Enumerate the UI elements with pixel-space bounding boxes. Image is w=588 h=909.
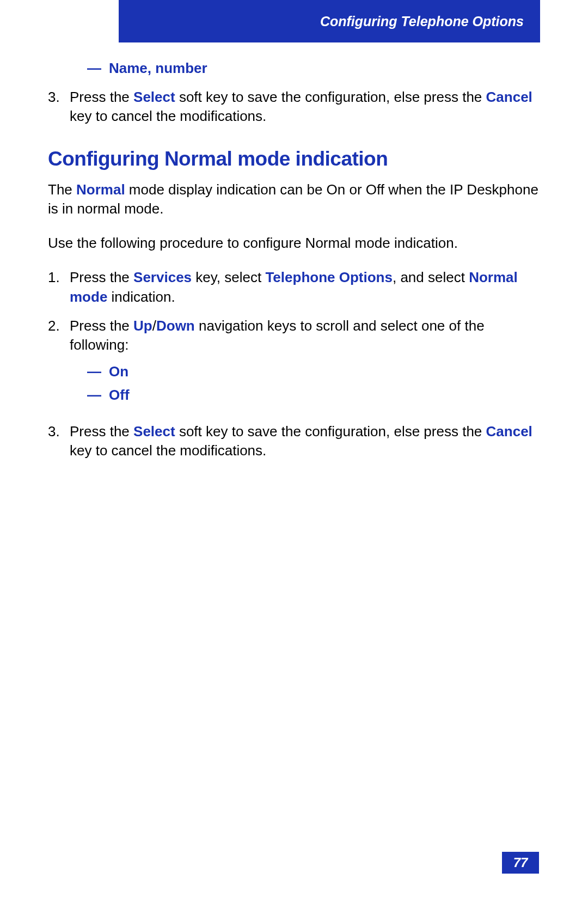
- step-number: 1.: [48, 268, 70, 306]
- bullet-dash: —: [87, 362, 109, 381]
- bullet-dash: —: [87, 60, 109, 77]
- page-number-box: 77: [502, 852, 539, 874]
- option-on: —On: [87, 362, 540, 381]
- step-number: 3.: [48, 88, 70, 126]
- text-part: Press the: [70, 89, 133, 105]
- text-part: key, select: [192, 269, 265, 285]
- text-part: indication.: [107, 289, 175, 305]
- text-part: Press the: [70, 423, 133, 440]
- section-heading: Configuring Normal mode indication: [48, 148, 540, 170]
- text-part: The: [48, 181, 76, 198]
- intro-paragraph-2: Use the following procedure to configure…: [48, 234, 540, 253]
- step-content: Press the Up/Down navigation keys to scr…: [70, 316, 540, 412]
- text-part: , and select: [393, 269, 469, 285]
- bullet-dash: —: [87, 386, 109, 405]
- top-sub-bullet: —Name, number: [87, 60, 540, 77]
- select-keyword: Select: [133, 423, 175, 440]
- text-part: soft key to save the configuration, else…: [175, 423, 486, 440]
- step-number: 2.: [48, 316, 70, 412]
- up-keyword: Up: [133, 318, 152, 334]
- step-content: Press the Services key, select Telephone…: [70, 268, 540, 306]
- page-content: —Name, number 3. Press the Select soft k…: [48, 60, 540, 470]
- header-bar: Configuring Telephone Options: [119, 0, 540, 42]
- cancel-keyword: Cancel: [486, 89, 532, 105]
- off-label: Off: [109, 387, 130, 403]
- step-3: 3. Press the Select soft key to save the…: [48, 422, 540, 460]
- step-2-options: —On —Off: [70, 362, 540, 405]
- page-number: 77: [513, 855, 528, 870]
- step-content: Press the Select soft key to save the co…: [70, 88, 540, 126]
- text-part: Press the: [70, 318, 133, 334]
- step-content: Press the Select soft key to save the co…: [70, 422, 540, 460]
- top-step-3: 3. Press the Select soft key to save the…: [48, 88, 540, 126]
- intro-paragraph-1: The Normal mode display indication can b…: [48, 180, 540, 218]
- down-keyword: Down: [156, 318, 195, 334]
- option-off: —Off: [87, 386, 540, 405]
- text-part: Press the: [70, 269, 133, 285]
- step-1: 1. Press the Services key, select Teleph…: [48, 268, 540, 306]
- bullet-name-number: Name, number: [109, 60, 207, 76]
- text-part: key to cancel the modifications.: [70, 108, 266, 124]
- text-part: soft key to save the configuration, else…: [175, 89, 486, 105]
- cancel-keyword: Cancel: [486, 423, 532, 440]
- telephone-options-keyword: Telephone Options: [265, 269, 393, 285]
- step-number: 3.: [48, 422, 70, 460]
- select-keyword: Select: [133, 89, 175, 105]
- text-part: key to cancel the modifications.: [70, 442, 266, 459]
- step-2: 2. Press the Up/Down navigation keys to …: [48, 316, 540, 412]
- normal-keyword: Normal: [76, 181, 125, 198]
- text-slash: /: [152, 318, 156, 334]
- services-keyword: Services: [133, 269, 192, 285]
- header-title: Configuring Telephone Options: [320, 14, 524, 29]
- on-label: On: [109, 363, 128, 380]
